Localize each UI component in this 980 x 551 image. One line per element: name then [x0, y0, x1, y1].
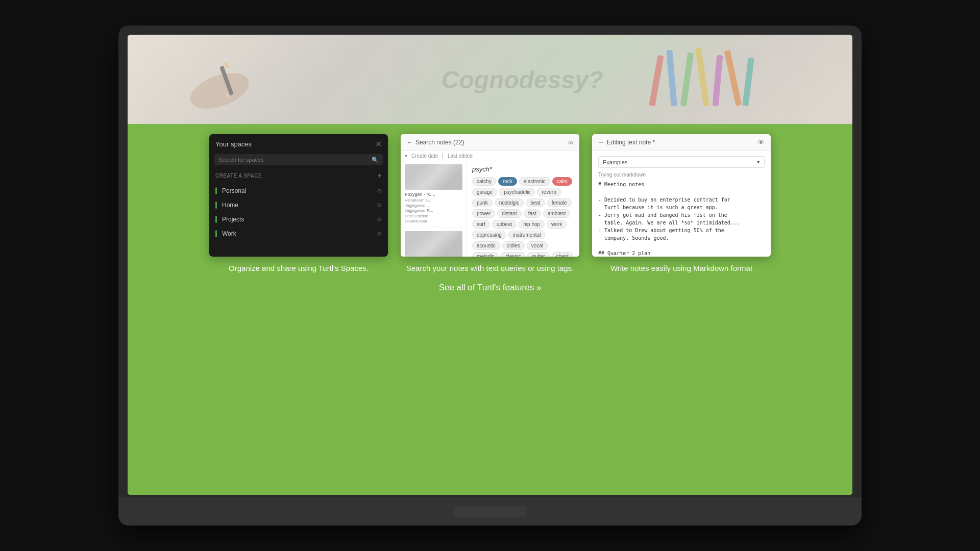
spaces-feature-panel: Your spaces ✕ 🔍 CREATE A SPACE +	[209, 134, 388, 272]
tag-female[interactable]: female	[547, 198, 572, 207]
tag-instrumental[interactable]: instrumental	[508, 231, 545, 239]
spaces-header: Your spaces ✕	[209, 134, 388, 154]
create-space-button[interactable]: +	[378, 171, 382, 180]
see-all-features-link[interactable]: See all of Turtl's features »	[439, 283, 542, 293]
tag-electronic[interactable]: electronic	[519, 177, 550, 186]
result-detail2: Jagjaguwar R...	[405, 208, 462, 213]
search-result-item-2[interactable]	[401, 228, 467, 257]
tag-beat[interactable]: beat	[526, 198, 545, 207]
space-gear-personal[interactable]: ⚙	[377, 188, 382, 194]
tag-depressing[interactable]: depressing	[472, 231, 506, 239]
space-color-home	[215, 202, 217, 209]
svg-rect-7	[680, 53, 694, 107]
tags-grid: catchy rock electronic calm garage psych…	[472, 177, 574, 257]
space-item-projects[interactable]: Projects ⚙	[209, 212, 388, 227]
space-name-home: Home	[222, 202, 377, 209]
editor-panel-window: ← Editing text note * 👁 Examples ▾	[592, 134, 771, 257]
space-gear-work[interactable]: ⚙	[377, 231, 382, 237]
editor-header: ← Editing text note * 👁	[592, 134, 771, 151]
spaces-close-icon[interactable]: ✕	[375, 139, 382, 149]
tag-upbeat[interactable]: upbeat	[492, 220, 517, 229]
tag-ambient[interactable]: ambient	[543, 209, 571, 218]
spaces-panel-window: Your spaces ✕ 🔍 CREATE A SPACE +	[209, 134, 388, 257]
search-panel-header: ← Search notes (22) ∞	[401, 134, 579, 151]
search-caption: Search your notes with text queries or u…	[406, 264, 574, 272]
result-image-placeholder-2	[405, 231, 462, 257]
tag-melodic[interactable]: melodic	[472, 252, 499, 257]
editor-panel: ← Editing text note * 👁 Examples ▾	[592, 134, 771, 257]
editor-title-text: Editing text note *	[607, 139, 655, 146]
editor-feature-panel: ← Editing text note * 👁 Examples ▾	[592, 134, 771, 272]
green-section: Your spaces ✕ 🔍 CREATE A SPACE +	[128, 124, 852, 495]
space-item-home[interactable]: Home ⚙	[209, 198, 388, 212]
result-subtitle: Vibrations" b...	[405, 198, 462, 203]
sort-last-edited[interactable]: Last edited	[448, 153, 473, 159]
tag-power[interactable]: power	[472, 209, 495, 218]
editor-back-icon[interactable]: ←	[598, 139, 604, 146]
search-results-list: Foxygen - "C... Vibrations" b... Jagjagu…	[401, 161, 467, 257]
tag-work[interactable]: work	[547, 220, 567, 229]
svg-rect-3	[224, 62, 229, 68]
tag-psychadelic[interactable]: psychadelic	[499, 188, 535, 196]
svg-rect-11	[742, 58, 754, 107]
hero-pencils-decoration	[648, 40, 801, 121]
tag-reverb[interactable]: reverb	[537, 188, 560, 196]
tag-surf[interactable]: surf	[472, 220, 490, 229]
tag-acoustic[interactable]: acoustic	[472, 241, 500, 250]
space-item-work[interactable]: Work ⚙	[209, 227, 388, 241]
search-result-item[interactable]: Foxygen - "C... Vibrations" b... Jagjagu…	[401, 161, 467, 228]
editor-dropdown[interactable]: Examples ▾	[598, 156, 765, 168]
tag-distant[interactable]: distant	[497, 209, 521, 218]
space-color-projects	[215, 216, 217, 223]
tag-calm[interactable]: calm	[552, 177, 572, 186]
laptop-touchpad	[454, 506, 526, 517]
editor-markdown-content: # Meeting notes - Decided to buy an ente…	[598, 181, 765, 257]
svg-rect-8	[695, 47, 709, 107]
tag-hiphop[interactable]: hip hop	[519, 220, 545, 229]
editor-visibility-icon[interactable]: 👁	[757, 138, 765, 146]
hero-hand-decoration	[179, 45, 281, 121]
editor-subtitle: Trying out markdown	[598, 172, 765, 178]
svg-point-1	[185, 66, 253, 115]
tag-vocal[interactable]: vocal	[527, 241, 548, 250]
spaces-search-container: 🔍	[214, 154, 383, 165]
spaces-panel: Your spaces ✕ 🔍 CREATE A SPACE +	[209, 134, 388, 257]
laptop-screen: Cognodessy? Your	[128, 35, 852, 495]
tag-classic[interactable]: classic	[501, 252, 525, 257]
sort-separator: |	[442, 153, 444, 159]
search-panel-title: ← Search notes (22)	[407, 139, 464, 146]
hero-section: Cognodessy?	[128, 35, 852, 124]
tag-rock[interactable]: rock	[498, 177, 517, 186]
space-gear-projects[interactable]: ⚙	[377, 216, 382, 223]
tag-garage[interactable]: garage	[472, 188, 497, 196]
back-arrow-icon[interactable]: ←	[407, 139, 413, 146]
sort-create-date[interactable]: Create date	[411, 153, 438, 159]
tag-guitar[interactable]: guitar	[527, 252, 549, 257]
tag-fast[interactable]: fast	[524, 209, 541, 218]
svg-rect-9	[713, 55, 723, 107]
infinity-icon: ∞	[568, 138, 573, 146]
space-color-work	[215, 230, 217, 237]
space-item-personal[interactable]: Personal ⚙	[209, 184, 388, 198]
search-query: psych*	[472, 165, 574, 173]
tag-nostalgic[interactable]: nostalgic	[495, 198, 524, 207]
search-icon: 🔍	[372, 157, 379, 163]
search-panel: ← Search notes (22) ∞ ▾ Create date | La…	[401, 134, 579, 257]
spaces-search-input[interactable]	[214, 154, 383, 165]
laptop-base	[118, 497, 862, 525]
search-panel-window: ← Search notes (22) ∞ ▾ Create date | La…	[401, 134, 579, 257]
svg-rect-10	[724, 50, 742, 106]
space-gear-home[interactable]: ⚙	[377, 202, 382, 209]
search-tags-area: psych* catchy rock electronic calm garag…	[467, 161, 579, 257]
tag-catchy[interactable]: catchy	[472, 177, 496, 186]
space-name-work: Work	[222, 230, 377, 237]
search-feature-panel: ← Search notes (22) ∞ ▾ Create date | La…	[401, 134, 579, 272]
search-panel-body: Foxygen - "C... Vibrations" b... Jagjagu…	[401, 161, 579, 257]
tag-oldies[interactable]: oldies	[502, 241, 525, 250]
editor-title: ← Editing text note *	[598, 139, 655, 146]
tag-chant[interactable]: chant	[552, 252, 573, 257]
tag-punk[interactable]: punk	[472, 198, 493, 207]
svg-rect-5	[649, 55, 664, 107]
dropdown-chevron-icon: ▾	[757, 159, 760, 165]
features-row: Your spaces ✕ 🔍 CREATE A SPACE +	[209, 134, 771, 272]
